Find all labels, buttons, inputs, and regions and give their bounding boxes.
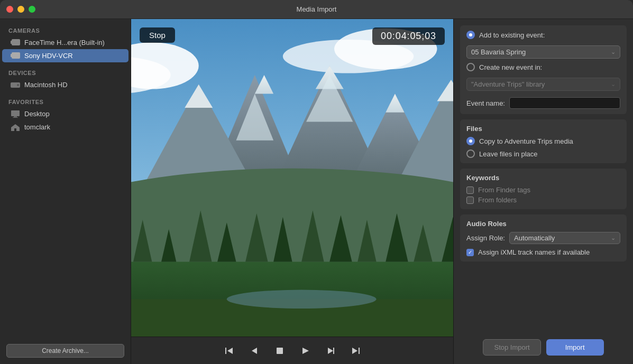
video-preview: Stop 00:04:05;03 [131,19,453,337]
sidebar-item-facetime-label: FaceTime H...era (Built-in) [24,39,105,46]
existing-event-value: 05 Bavaria Spring [471,48,526,56]
create-new-radio[interactable] [466,63,475,71]
sidebar-item-sony-hdv[interactable]: Sony HDV-VCR [2,49,129,62]
event-name-row: Event name: [466,97,620,109]
leave-files-label: Leave files in place [479,150,538,158]
play-button[interactable] [298,343,313,358]
window-controls[interactable] [6,6,35,13]
from-folders-label: From folders [478,196,517,204]
stop-badge: Stop [140,27,175,43]
playback-controls [131,337,453,364]
chevron-down-icon-3: ⌄ [611,235,616,241]
files-radio-group: Copy to Adventure Trips media Leave file… [466,137,620,158]
ixml-label: Assign iXML track names if available [478,248,590,256]
copy-to-row[interactable]: Copy to Adventure Trips media [466,137,620,145]
timecode-badge: 00:04:05;03 [372,27,445,45]
event-name-input[interactable] [509,97,620,109]
svg-rect-52 [277,348,283,354]
desktop-icon [11,110,20,118]
sidebar-item-sony-label: Sony HDV-VCR [24,52,73,60]
step-back-button[interactable] [247,343,262,358]
svg-marker-54 [328,348,333,354]
svg-marker-53 [302,348,309,354]
create-new-row[interactable]: Create new event in: [466,63,620,71]
svg-marker-9 [11,124,20,131]
svg-rect-8 [13,117,18,118]
ixml-row[interactable]: ✓ Assign iXML track names if available [466,248,620,256]
copy-to-label: Copy to Adventure Trips media [479,137,573,145]
sidebar-item-macintosh-hd[interactable]: Macintosh HD [2,78,129,91]
new-event-library-dropdown[interactable]: "Adventure Trips" library ⌄ [466,78,620,91]
audio-roles-section: Audio Roles Assign Role: Automatically ⌄… [460,214,627,262]
add-existing-row[interactable]: Add to existing event: [466,31,620,39]
right-panel: Add to existing event: 05 Bavaria Spring… [453,19,633,364]
minimize-button[interactable] [17,6,24,13]
svg-rect-55 [333,348,334,354]
leave-files-radio[interactable] [466,150,475,158]
window-title: Media Import [297,5,337,13]
add-existing-radio[interactable] [466,31,475,39]
svg-marker-51 [252,348,257,354]
assign-role-row: Assign Role: Automatically ⌄ [466,232,620,244]
leave-files-row[interactable]: Leave files in place [466,150,620,158]
import-button[interactable]: Import [546,339,604,356]
sidebar-item-tomclark-label: tomclark [24,123,50,131]
sidebar-item-desktop[interactable]: Desktop [2,107,129,120]
assign-role-value: Automatically [514,234,555,242]
stop-button[interactable] [272,343,287,358]
cameras-section-label: CAMERAS [0,23,131,36]
title-bar: Media Import [0,0,633,19]
svg-rect-1 [11,41,13,44]
sidebar-item-desktop-label: Desktop [24,110,50,118]
favorites-section-label: FAVORITES [0,95,131,107]
add-to-existing-group: Add to existing event: 05 Bavaria Spring… [466,31,620,109]
svg-rect-49 [225,348,226,354]
devices-section-label: DEVICES [0,66,131,78]
bottom-buttons: Stop Import Import [460,335,627,358]
keywords-section: Keywords From Finder tags From folders [460,169,627,209]
camera-icon [11,39,20,46]
event-section: Add to existing event: 05 Bavaria Spring… [460,25,627,114]
skip-to-start-button[interactable] [222,343,236,358]
files-section: Files Copy to Adventure Trips media Leav… [460,119,627,163]
assign-role-dropdown[interactable]: Automatically ⌄ [509,232,620,244]
maximize-button[interactable] [29,6,35,13]
sidebar-item-macintosh-label: Macintosh HD [24,81,68,89]
keywords-section-title: Keywords [466,174,620,182]
create-new-label: Create new event in: [479,63,542,71]
drive-icon [11,81,20,89]
content-area: Stop 00:04:05;03 [131,19,453,364]
audio-roles-title: Audio Roles [466,220,620,228]
home-icon [11,124,20,131]
create-archive-button[interactable]: Create Archive... [6,344,124,358]
svg-rect-7 [14,116,17,117]
ixml-checkbox[interactable]: ✓ [466,249,474,256]
existing-event-dropdown[interactable]: 05 Bavaria Spring ⌄ [466,45,620,59]
svg-rect-3 [11,54,13,57]
add-existing-label: Add to existing event: [479,31,545,39]
finder-tags-checkbox[interactable] [466,186,474,194]
svg-point-5 [17,84,19,86]
sidebar-item-facetime[interactable]: FaceTime H...era (Built-in) [2,36,129,49]
video-frame: Stop 00:04:05;03 [131,19,453,337]
svg-rect-6 [11,110,20,116]
stop-import-button[interactable]: Stop Import [483,339,540,356]
finder-tags-label: From Finder tags [478,186,530,194]
sidebar-item-tomclark[interactable]: tomclark [2,120,129,134]
assign-role-label: Assign Role: [466,234,505,242]
from-folders-row[interactable]: From folders [466,196,620,204]
files-section-title: Files [466,125,620,133]
event-name-label: Event name: [466,99,505,107]
copy-to-radio[interactable] [466,137,475,145]
from-folders-checkbox[interactable] [466,197,474,204]
new-event-library-value: "Adventure Trips" library [471,80,545,88]
step-forward-button[interactable] [323,343,338,358]
close-button[interactable] [6,6,13,13]
sidebar: CAMERAS FaceTime H...era (Built-in) Sony… [0,19,131,364]
camera-hdv-icon [11,52,20,60]
svg-marker-50 [227,348,233,354]
finder-tags-row[interactable]: From Finder tags [466,186,620,194]
svg-marker-57 [352,348,357,354]
skip-to-end-button[interactable] [348,343,363,358]
chevron-down-icon: ⌄ [611,49,616,55]
